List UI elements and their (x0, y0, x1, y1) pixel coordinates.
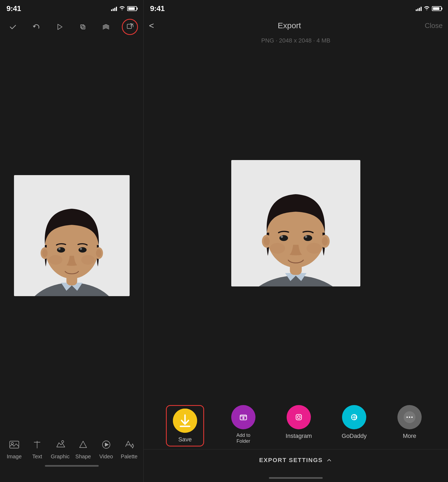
svg-point-37 (322, 237, 328, 246)
godaddy-label: GoDaddy (342, 433, 367, 440)
back-button[interactable]: < (149, 21, 154, 31)
text-label: Text (32, 453, 42, 460)
instagram-button[interactable]: Instagram (283, 405, 315, 440)
left-panel: 9:41 (0, 0, 143, 482)
battery-icon (127, 6, 137, 11)
svg-point-38 (270, 243, 285, 254)
svg-point-58 (411, 417, 413, 418)
tool-list: Image Text Graphic (0, 434, 143, 462)
svg-rect-19 (10, 441, 19, 448)
svg-point-16 (96, 249, 101, 257)
svg-point-10 (79, 247, 87, 253)
svg-point-23 (62, 441, 64, 443)
tool-text[interactable]: Text (26, 438, 48, 460)
text-icon (30, 438, 44, 451)
export-settings-bar[interactable]: EXPORT SETTINGS (144, 449, 448, 471)
svg-point-32 (281, 236, 283, 238)
left-time: 9:41 (6, 4, 21, 13)
left-toolbar (0, 16, 143, 38)
save-label: Save (178, 436, 192, 443)
more-circle (397, 405, 422, 429)
svg-point-39 (307, 243, 322, 254)
svg-point-50 (301, 415, 301, 416)
chevron-up-icon (326, 457, 332, 463)
export-title: Export (154, 21, 425, 30)
svg-point-57 (409, 417, 410, 418)
right-time: 9:41 (150, 4, 165, 13)
right-home-indicator (144, 471, 448, 482)
godaddy-circle (342, 405, 366, 429)
svg-point-31 (304, 235, 312, 241)
tool-graphic[interactable]: Graphic (49, 438, 71, 460)
svg-marker-25 (105, 443, 108, 446)
image-label: Image (7, 453, 22, 460)
palette-icon (122, 438, 136, 451)
video-label: Video (99, 453, 113, 460)
video-icon (99, 438, 113, 451)
right-battery-icon (432, 6, 442, 11)
tool-shape[interactable]: Shape (72, 438, 94, 460)
shape-label: Shape (75, 453, 91, 460)
play-button[interactable] (52, 19, 67, 34)
left-home-indicator (45, 465, 99, 467)
svg-point-12 (80, 248, 82, 250)
layers-button[interactable] (75, 19, 90, 34)
left-image-area (0, 38, 143, 434)
right-wifi-icon (424, 6, 430, 12)
graphic-label: Graphic (51, 453, 70, 460)
svg-rect-1 (81, 25, 84, 28)
right-status-bar: 9:41 (144, 0, 448, 16)
svg-point-15 (42, 249, 48, 257)
tool-image[interactable]: Image (3, 438, 25, 460)
right-signal-icon (416, 6, 422, 11)
folder-button[interactable]: Add to Folder (227, 405, 259, 444)
left-status-icons (111, 6, 137, 12)
svg-marker-0 (58, 24, 62, 30)
svg-rect-3 (127, 24, 131, 29)
folder-label: Add to Folder (230, 433, 257, 444)
svg-point-18 (81, 255, 95, 265)
left-status-bar: 9:41 (0, 0, 143, 16)
right-image-area (144, 49, 448, 397)
graphic-icon (54, 438, 67, 451)
svg-point-33 (305, 236, 307, 238)
close-button[interactable]: Close (425, 22, 443, 30)
undo-button[interactable] (29, 19, 44, 34)
save-action-highlight: Save (166, 405, 204, 446)
wifi-icon (119, 6, 125, 12)
more-button[interactable]: More (393, 405, 426, 440)
right-photo (231, 160, 360, 286)
tool-video[interactable]: Video (95, 438, 117, 460)
svg-point-9 (57, 247, 65, 253)
right-panel: 9:41 < Export Close PNG · 2048 x 2048 · … (143, 0, 448, 482)
svg-rect-2 (82, 26, 85, 29)
save-button[interactable]: Save (169, 409, 201, 443)
stack-button[interactable] (98, 19, 113, 34)
save-circle (173, 409, 197, 433)
export-settings-label: EXPORT SETTINGS (259, 457, 323, 464)
tool-palette[interactable]: Palette (118, 438, 140, 460)
svg-point-56 (407, 417, 408, 418)
instagram-label: Instagram (286, 433, 312, 440)
palette-label: Palette (121, 453, 137, 460)
svg-point-30 (279, 235, 288, 241)
right-status-icons (416, 6, 442, 12)
svg-point-11 (58, 248, 61, 250)
done-button[interactable] (5, 19, 20, 34)
svg-point-17 (49, 255, 62, 265)
export-actions: Save Add to Folder (144, 397, 448, 449)
bottom-toolbar: Image Text Graphic (0, 434, 143, 482)
export-info: PNG · 2048 x 2048 · 4 MB (144, 35, 448, 49)
folder-circle (231, 405, 255, 429)
image-icon (8, 438, 21, 451)
godaddy-button[interactable]: GoDaddy (338, 405, 370, 440)
svg-point-36 (264, 237, 270, 246)
more-label: More (403, 433, 416, 440)
shape-icon (76, 438, 90, 451)
instagram-circle (287, 405, 311, 429)
signal-icon (111, 6, 117, 11)
left-photo (14, 175, 130, 296)
svg-point-47 (293, 411, 305, 423)
export-header: < Export Close (144, 16, 448, 35)
export-button[interactable] (122, 19, 138, 35)
